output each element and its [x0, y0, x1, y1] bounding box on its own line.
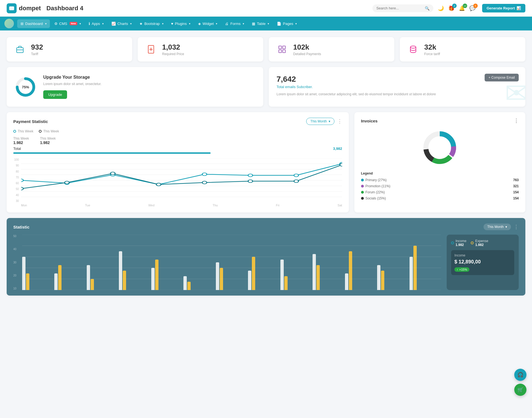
legend-val-2: 1.982: [40, 140, 50, 145]
this-month-dropdown[interactable]: This Month ▾: [306, 118, 334, 125]
income-legend-val: 1.982: [456, 243, 466, 247]
stat-cards-row: 932 Tariff 1,032 Required Price 102k Det…: [7, 37, 525, 61]
apps-icon: ℹ: [89, 22, 90, 26]
logo[interactable]: dompet: [7, 3, 41, 13]
promotion-value: 321: [513, 184, 519, 188]
svg-point-36: [202, 181, 207, 184]
statistic-more-button[interactable]: ⋮: [514, 224, 519, 230]
statistic-body: 5040302010: [13, 235, 519, 290]
svg-rect-1: [9, 7, 14, 9]
detailed-payments-label: Detalled Payments: [293, 52, 321, 56]
nav-item-widget[interactable]: ◈ Widget ▾: [195, 19, 221, 28]
svg-rect-8: [283, 46, 285, 49]
layers-icon: [406, 43, 420, 56]
x-label-mon: Mon: [21, 204, 27, 207]
detailed-payments-value: 102k: [293, 43, 321, 52]
promotion-label: Promotion (11%): [365, 184, 390, 188]
chat-button[interactable]: 💬5: [469, 5, 475, 11]
statistic-month-dropdown[interactable]: This Month ▾: [484, 224, 511, 230]
payment-chart-title: Payment Statistic: [13, 119, 48, 124]
force-tariff-label: Force tariff: [424, 52, 440, 56]
x-axis: Mon Tue Wed Thu Fri Sat: [21, 202, 342, 207]
statistic-card: Statistic This Month ▾ ⋮ 5040302010: [7, 218, 525, 296]
legend-item-2: This Week: [39, 129, 59, 133]
email-bg-icon: ✉: [505, 77, 525, 107]
storage-donut: 75%: [14, 76, 37, 98]
nav-item-table[interactable]: ▦ Table ▾: [249, 19, 272, 28]
x-label-thu: Thu: [213, 204, 218, 207]
search-input[interactable]: [376, 6, 423, 10]
cms-icon: ⚙: [54, 22, 58, 26]
dashboard-icon: ⊞: [21, 22, 24, 26]
stat-card-required-price: 1,032 Required Price: [138, 37, 263, 61]
stat-card-detailed-payments: 102k Detalled Payments: [269, 37, 394, 61]
invoices-more-button[interactable]: ⋮: [514, 118, 519, 124]
bell-button[interactable]: 🔔12: [459, 5, 465, 11]
generate-report-button[interactable]: Generate Report 📊: [482, 4, 525, 12]
x-label-sat: Sat: [337, 204, 342, 207]
svg-point-28: [202, 173, 207, 176]
nav-item-pages[interactable]: 📄 Pages ▾: [273, 19, 300, 28]
chevron-down-icon-4: ▾: [130, 22, 132, 25]
income-legend-label: Income: [456, 239, 466, 243]
total-label: Total: [13, 147, 21, 151]
inv-legend-promotion-label: Promotion (11%): [361, 184, 390, 188]
cms-new-badge: New: [70, 22, 78, 25]
chevron-down-icon-6: ▾: [189, 22, 190, 25]
header: dompet Dashboard 4 🔍 🌙 🎁2 🔔12 💬5 Generat…: [0, 0, 532, 17]
income-legend-item: Income 1.982: [451, 239, 466, 247]
x-label-wed: Wed: [148, 204, 154, 207]
more-options-button[interactable]: ⋮: [337, 118, 342, 124]
email-subtitle: Total emails Subcriber.: [277, 85, 518, 89]
svg-point-30: [294, 174, 299, 177]
upgrade-button[interactable]: Upgrade: [43, 90, 67, 99]
promotion-dot: [361, 185, 364, 188]
socials-value: 154: [513, 196, 519, 200]
charts-row: Payment Statistic This Month ▾ ⋮ This We…: [7, 112, 525, 212]
forms-icon: 🖨: [225, 22, 229, 26]
nav-label-forms: Forms: [230, 22, 241, 26]
nav-item-dashboard[interactable]: ⊞ Dashboard ▾: [17, 19, 50, 28]
nav-label-cms: CMS: [59, 22, 67, 26]
nav-item-apps[interactable]: ℹ Apps ▾: [85, 19, 107, 28]
nav-item-cms[interactable]: ⚙ CMS New ▾: [51, 19, 84, 28]
nav-avatar[interactable]: [4, 19, 14, 28]
chart-controls: This Month ▾ ⋮: [306, 118, 342, 125]
socials-dot: [361, 197, 364, 200]
moon-icon[interactable]: 🌙: [438, 5, 444, 11]
income-badge: ↑ +15%: [454, 267, 469, 272]
gift-badge: 2: [452, 4, 457, 8]
storage-title: Upgrade Your Storage: [43, 75, 101, 80]
teal-dot: [13, 130, 16, 133]
nav-item-forms[interactable]: 🖨 Forms ▾: [222, 19, 247, 28]
nav-item-bootstrap[interactable]: ★ Bootstrap ▾: [136, 19, 167, 28]
svg-point-11: [410, 46, 416, 48]
svg-point-37: [248, 180, 253, 183]
total-row: Total 3,982: [13, 147, 342, 151]
expense-dot: [471, 242, 474, 244]
primary-dot: [361, 179, 364, 181]
bar-chart-icon: 📊: [516, 6, 521, 10]
main-content: 932 Tariff 1,032 Required Price 102k Det…: [0, 30, 532, 308]
income-box-label: Income: [454, 253, 511, 257]
statistic-y-axis: 5040302010: [13, 235, 16, 290]
nav-label-charts: Charts: [117, 22, 128, 26]
plugins-icon: ♥: [171, 22, 173, 26]
statistic-right-panel: Income 1.982 Expense 1.982: [447, 235, 519, 290]
gift-button[interactable]: 🎁2: [448, 5, 454, 11]
nav-item-plugins[interactable]: ♥ Plugins ▾: [168, 19, 194, 28]
income-box-value: $ 12,890,00: [454, 259, 511, 265]
nav-label-plugins: Plugins: [175, 22, 187, 26]
line-chart-svg-area: [21, 158, 342, 202]
dark-dot: [39, 130, 42, 133]
statistic-header: Statistic This Month ▾ ⋮: [13, 224, 519, 230]
storage-percent: 75%: [22, 85, 29, 89]
nav-item-charts[interactable]: 📈 Charts ▾: [108, 19, 135, 28]
inv-legend-socials-label: Socials (15%): [361, 196, 386, 200]
inv-legend-primary-label: Primary (27%): [361, 178, 387, 182]
search-bar[interactable]: 🔍: [372, 4, 433, 12]
income-box: Income $ 12,890,00 ↑ +15%: [451, 250, 514, 275]
y-axis: 10090807060504030: [13, 158, 21, 202]
nav-label-table: Table: [257, 22, 265, 26]
grid-icon: [275, 43, 289, 56]
